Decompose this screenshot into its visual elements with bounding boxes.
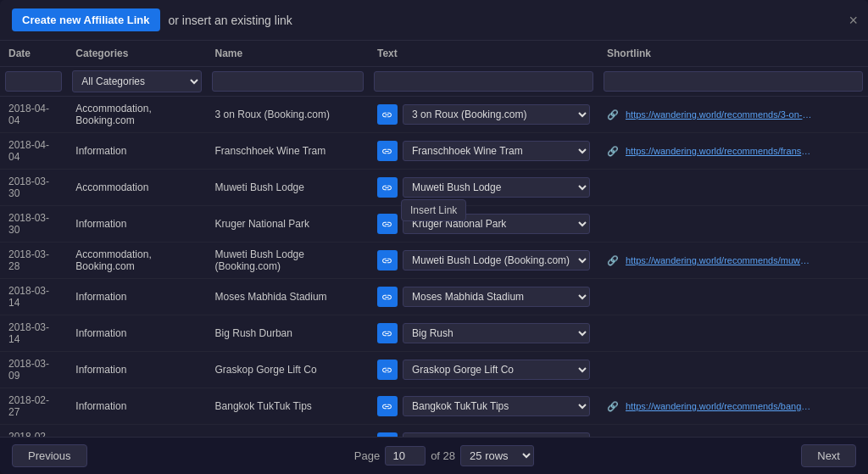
table-row: 2018-02-27InformationChao Phraya Express… [0, 425, 868, 438]
col-header-categories: Categories [67, 41, 206, 67]
shortlink-url[interactable]: https://wandering.world/recommends/3-on-… [626, 109, 812, 120]
affiliate-links-table: Date Categories Name Text Shortlink All … [0, 41, 868, 437]
modal-header: Create new Affiliate Link or insert an e… [0, 0, 868, 41]
cell-shortlink: 🔗https://wandering.world/recommends/3-on… [598, 97, 868, 133]
cell-shortlink [598, 170, 868, 206]
insert-link-button[interactable] [377, 396, 398, 416]
cell-category: Accommodation [67, 170, 206, 206]
table-row: 2018-03-14InformationMoses Mabhida Stadi… [0, 279, 868, 315]
shortlink-url[interactable]: https://wandering.world/recommends/muwet… [626, 255, 812, 265]
page-label: Page [354, 449, 380, 462]
col-header-name: Name [207, 41, 369, 67]
cell-date: 2018-03-09 [0, 352, 67, 388]
text-select[interactable]: Bangkok TukTuk Tips [403, 396, 590, 416]
cell-category: Information [67, 133, 206, 170]
insert-link-button[interactable] [377, 287, 398, 307]
text-select[interactable]: Franschhoek Wine Tram [403, 141, 590, 161]
insert-link-button[interactable] [377, 141, 398, 161]
cell-shortlink [598, 279, 868, 315]
cell-category: Information [67, 388, 206, 425]
cell-date: 2018-03-14 [0, 279, 67, 315]
table-row: 2018-04-04Accommodation, Booking.com3 on… [0, 97, 868, 133]
cell-text: Kruger National Park [369, 206, 598, 243]
cell-date: 2018-03-30 [0, 206, 67, 243]
rows-per-page-select[interactable]: 25 rows 50 rows 100 rows [460, 445, 534, 466]
cell-shortlink [598, 315, 868, 352]
insert-link-button[interactable] [377, 360, 398, 380]
cell-date: 2018-02-27 [0, 388, 67, 425]
text-select[interactable]: Graskop Gorge Lift Co [403, 360, 590, 380]
cell-date: 2018-03-30 [0, 170, 67, 206]
cell-name: Big Rush Durban [207, 315, 369, 352]
cell-text: Muweti Bush Lodge (Booking.com) [369, 243, 598, 279]
date-filter-input[interactable] [5, 71, 62, 92]
cell-shortlink [598, 206, 868, 243]
text-select[interactable]: Muweti Bush Lodge [403, 177, 590, 198]
table-row: 2018-03-30AccommodationMuweti Bush Lodge… [0, 170, 868, 206]
shortlink-icon: 🔗 [607, 146, 619, 157]
text-select[interactable]: 3 on Roux (Booking.com) [403, 104, 590, 125]
cell-date: 2018-04-04 [0, 133, 67, 170]
cell-category: Information [67, 315, 206, 352]
cell-text: Moses Mabhida Stadium [369, 279, 598, 315]
insert-link-button[interactable] [377, 214, 398, 234]
cell-category: Information [67, 279, 206, 315]
cell-name: Muweti Bush Lodge (Booking.com) [207, 243, 369, 279]
cell-name: Kruger National Park [207, 206, 369, 243]
affiliate-link-modal: Create new Affiliate Link or insert an e… [0, 0, 868, 474]
text-select[interactable]: Kruger National Park [403, 214, 590, 234]
cell-text: Insert LinkMuweti Bush Lodge [369, 170, 598, 206]
text-select[interactable]: Moses Mabhida Stadium [403, 287, 590, 307]
cell-category: Accommodation, Booking.com [67, 243, 206, 279]
cell-shortlink: 🔗https://wandering.world/recommends/bang… [598, 388, 868, 425]
insert-link-button[interactable] [377, 432, 398, 437]
table-row: 2018-03-30InformationKruger National Par… [0, 206, 868, 243]
insert-link-button[interactable] [377, 323, 398, 343]
insert-link-button[interactable] [377, 177, 398, 198]
cell-date: 2018-02-27 [0, 425, 67, 438]
cell-name: Bangkok TukTuk Tips [207, 388, 369, 425]
col-header-shortlink: Shortlink [598, 41, 868, 67]
cell-category: Information [67, 206, 206, 243]
cell-text: Chao Phraya Express Boat [369, 425, 598, 438]
text-select[interactable]: Muweti Bush Lodge (Booking.com) [403, 250, 590, 270]
create-affiliate-link-button[interactable]: Create new Affiliate Link [12, 8, 160, 31]
cell-shortlink: 🔗https://wandering.world/recommends/muwe… [598, 243, 868, 279]
shortlink-icon: 🔗 [607, 255, 619, 266]
table-row: 2018-02-27InformationBangkok TukTuk Tips… [0, 388, 868, 425]
category-filter-select[interactable]: All Categories [72, 70, 201, 92]
next-button[interactable]: Next [801, 444, 856, 467]
cell-category: Information [67, 352, 206, 388]
cell-text: Big Rush [369, 315, 598, 352]
table-row: 2018-03-28Accommodation, Booking.comMuwe… [0, 243, 868, 279]
cell-shortlink: 🔗https://wandering.world/recommends/fran… [598, 133, 868, 170]
name-filter-input[interactable] [212, 71, 364, 92]
insert-link-button[interactable] [377, 250, 398, 270]
table-row: 2018-03-09InformationGraskop Gorge Lift … [0, 352, 868, 388]
cell-category: Information [67, 425, 206, 438]
header-text: or insert an existing link [169, 14, 292, 27]
cell-name: Chao Phraya Express Boat [207, 425, 369, 438]
cell-text: Graskop Gorge Lift Co [369, 352, 598, 388]
shortlink-icon: 🔗 [607, 401, 619, 412]
table-body: 2018-04-04Accommodation, Booking.com3 on… [0, 97, 868, 438]
shortlink-icon: 🔗 [607, 109, 619, 120]
shortlink-url[interactable]: https://wandering.world/recommends/frans… [626, 146, 812, 156]
shortlink-filter-input[interactable] [604, 71, 863, 92]
page-input[interactable] [385, 446, 426, 466]
col-header-text: Text [369, 41, 598, 67]
text-filter-input[interactable] [374, 71, 593, 92]
text-select[interactable]: Big Rush [403, 323, 590, 343]
cell-text: Bangkok TukTuk Tips [369, 388, 598, 425]
text-select[interactable]: Chao Phraya Express Boat [403, 432, 590, 437]
table-row: 2018-04-04InformationFranschhoek Wine Tr… [0, 133, 868, 170]
insert-link-button[interactable] [377, 104, 398, 125]
modal-footer: Previous Page of 28 25 rows 50 rows 100 … [0, 437, 868, 474]
cell-shortlink [598, 352, 868, 388]
shortlink-url[interactable]: https://wandering.world/recommends/bangk… [626, 401, 812, 411]
previous-button[interactable]: Previous [12, 444, 87, 467]
close-button[interactable]: × [849, 13, 858, 28]
cell-text: Franschhoek Wine Tram [369, 133, 598, 170]
cell-shortlink: 🔗https://wandering.world/recommends/chao… [598, 425, 868, 438]
cell-name: Franschhoek Wine Tram [207, 133, 369, 170]
